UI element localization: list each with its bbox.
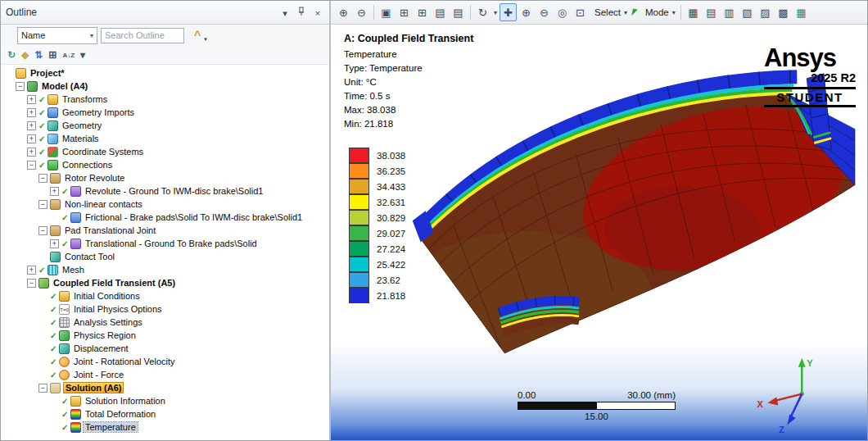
check-icon: ✓ [38, 134, 47, 143]
section-view-tool[interactable]: ▧ [739, 3, 756, 21]
tree-item[interactable]: ✓Joint - Force [1, 368, 329, 381]
tree-item[interactable]: Project* [1, 66, 329, 80]
collapse-icon[interactable]: − [27, 279, 36, 288]
paste-tool[interactable]: ▤ [432, 3, 449, 21]
dropdown-chevron-icon[interactable]: ▾ [278, 7, 292, 20]
wireframe-view-tool[interactable]: ▦ [685, 3, 702, 21]
chevron-down-icon[interactable]: ▾ [494, 9, 497, 16]
zoom-fit-tool[interactable]: ◎ [554, 3, 571, 21]
x-axis-arrow[interactable] [767, 398, 778, 406]
tree-item[interactable]: ✓Initial Physics Options [1, 302, 329, 316]
triad[interactable]: Y X Z [757, 358, 813, 435]
expand-icon[interactable]: + [27, 95, 36, 104]
select-menu[interactable]: Select [594, 7, 621, 17]
expand-all-icon[interactable]: ⊞ [48, 49, 57, 61]
collapse-icon[interactable]: − [27, 161, 36, 170]
tree-item[interactable]: −Coupled Field Transient (A5) [1, 276, 329, 289]
pin-icon[interactable] [295, 5, 308, 18]
refresh-icon[interactable]: ↻ [7, 49, 16, 61]
expand-icon[interactable]: + [27, 121, 36, 130]
tree-item[interactable]: ✓Physics Region [1, 329, 329, 342]
tree-item[interactable]: −Non-linear contacts [1, 198, 329, 211]
pan-tool[interactable]: ✚ [500, 3, 517, 21]
scale-bar-segment-dark [518, 402, 597, 410]
chevron-down-icon[interactable]: ▾ [672, 9, 676, 16]
tree-item[interactable]: ✓Frictional - Brake pads\Solid To IWM-di… [1, 211, 329, 224]
legend-row: 25.422 [349, 257, 405, 272]
annotations-display-tool[interactable]: ▨ [757, 3, 774, 21]
scale-start-label: 0.00 [518, 390, 536, 400]
tree-item[interactable]: −Pad Translational Joint [1, 224, 329, 237]
mode-menu[interactable]: Mode [645, 7, 669, 17]
zoom-in-tool[interactable]: ⊕ [335, 3, 352, 21]
tree-item[interactable]: ✓Displacement [1, 342, 329, 355]
rotate-tool[interactable]: ↻ [474, 3, 491, 21]
collapse-icon[interactable]: − [38, 174, 47, 183]
chevron-down-icon[interactable]: ▾ [204, 36, 207, 43]
collapse-icon[interactable]: − [38, 200, 47, 209]
viewports-tool[interactable]: ▦ [793, 3, 810, 21]
search-options-icon[interactable]: ^ [194, 29, 201, 42]
outline-panel: Outline ▾× Name ▾ ^ ▾ ↻◆⇅⊞A↓Z▾ Project*−… [1, 1, 331, 440]
expand-icon[interactable]: + [27, 148, 36, 157]
expand-icon[interactable]: + [50, 187, 59, 196]
tree-item[interactable]: +✓Geometry Imports [1, 106, 329, 119]
mesh-display-tool[interactable]: ▤ [703, 3, 720, 21]
expand-icon[interactable]: + [27, 108, 36, 117]
check-icon: ✓ [38, 95, 47, 104]
eraser-icon[interactable]: ◆ [21, 49, 29, 61]
tree-item[interactable]: ✓Temperature [1, 421, 329, 434]
z-axis-arrow[interactable] [787, 415, 795, 425]
zoom-in-view-tool[interactable]: ⊕ [518, 3, 535, 21]
tree-item[interactable]: −✓Connections [1, 158, 329, 171]
edge-display-tool[interactable]: ▥ [721, 3, 738, 21]
copy-tool[interactable]: ⊞ [414, 3, 431, 21]
expand-icon[interactable]: + [50, 239, 59, 248]
sort-arrows-icon[interactable]: ⇅ [34, 49, 43, 61]
tree-item[interactable]: ✓Total Deformation [1, 407, 329, 421]
graphics-pane: ⊕⊖▣⊞⊞▤▤↻▾✚⊕⊖◎⊡Select▾Mode▾▦▤▥▧▨▩▦ [331, 1, 867, 440]
sort-az-icon[interactable]: A↓Z [62, 52, 75, 59]
collapse-icon[interactable]: − [38, 226, 47, 235]
tree-item-label: Solution Information [84, 396, 167, 406]
zoom-out-tool[interactable]: ⊖ [353, 3, 370, 21]
tree-item[interactable]: +✓Coordinate Systems [1, 145, 329, 158]
clipboard-tool[interactable]: ▤ [450, 3, 467, 21]
name-filter-value: Name [21, 30, 45, 40]
toolbar-separator [470, 5, 471, 20]
tree-item[interactable]: +✓Translational - Ground To Brake pads\S… [1, 237, 329, 250]
expand-icon[interactable]: + [27, 134, 36, 143]
tree-item[interactable]: ✓Initial Conditions [1, 289, 329, 302]
box-select-tool[interactable]: ▣ [377, 3, 395, 21]
close-icon[interactable]: × [311, 7, 324, 20]
geo-import-icon [47, 107, 58, 118]
graphics-viewport[interactable]: Y X Z A: Coupled Field Transient Tempera… [331, 25, 867, 440]
tree-item[interactable]: ✓Solution Information [1, 394, 329, 407]
y-axis-arrow[interactable] [798, 358, 806, 367]
tree-item[interactable]: Contact Tool [1, 250, 329, 263]
collapse-icon[interactable]: − [38, 384, 47, 393]
collapse-icon[interactable]: − [16, 82, 25, 91]
toolbar-more-icon[interactable]: ▾ [80, 49, 85, 61]
zoom-box-tool[interactable]: ⊡ [572, 3, 589, 21]
tree-item[interactable]: +✓Mesh [1, 263, 329, 276]
tree-item[interactable]: −Rotor Revolute [1, 171, 329, 184]
search-input[interactable] [101, 28, 184, 43]
tree-item[interactable]: +✓Geometry [1, 119, 329, 132]
tree-item[interactable]: +✓Materials [1, 132, 329, 145]
tree-item[interactable]: ✓Analysis Settings [1, 316, 329, 329]
chevron-down-icon[interactable]: ▾ [624, 9, 627, 16]
toolbar-separator [373, 5, 374, 20]
name-filter-dropdown[interactable]: Name ▾ [17, 27, 97, 44]
tree-item[interactable]: +✓Revolute - Ground To IWM-disc brake\So… [1, 184, 329, 198]
extend-selection-tool[interactable]: ⊞ [396, 3, 413, 21]
probe-tool[interactable]: ▩ [775, 3, 792, 21]
tree-item[interactable]: +✓Transforms [1, 93, 329, 106]
zoom-out-view-tool[interactable]: ⊖ [536, 3, 553, 21]
logo-rule [764, 105, 856, 107]
expand-icon[interactable]: + [27, 266, 36, 275]
tree-item[interactable]: −Model (A4) [1, 80, 329, 93]
tree-item-label: Temperature [84, 422, 138, 432]
tree-item[interactable]: ✓Joint - Rotational Velocity [1, 355, 329, 368]
tree-item[interactable]: −Solution (A6) [1, 381, 329, 394]
